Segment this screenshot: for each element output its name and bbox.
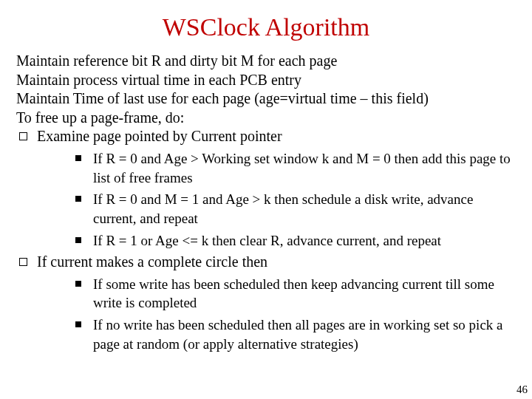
sub-list-2: If some write has been scheduled then ke… — [72, 275, 516, 354]
sub-item-1-1: If R = 0 and Age > Working set window k … — [72, 149, 516, 187]
page-number: 46 — [516, 383, 528, 396]
top-item-2: If current makes a complete circle then … — [16, 253, 516, 353]
intro-line-3: Maintain Time of last use for each page … — [16, 89, 516, 109]
top-item-1: Examine page pointed by Current pointer … — [16, 127, 516, 250]
sub-item-2-1: If some write has been scheduled then ke… — [72, 275, 516, 313]
top-item-1-text: Examine page pointed by Current pointer — [37, 128, 282, 144]
sub-list-1: If R = 0 and Age > Working set window k … — [72, 149, 516, 250]
sub-item-2-2: If no write has been scheduled then all … — [72, 316, 516, 353]
top-item-2-text: If current makes a complete circle then — [37, 253, 267, 270]
intro-line-1: Maintain reference bit R and dirty bit M… — [16, 52, 516, 71]
slide-title: WSClock Algorithm — [16, 13, 516, 41]
intro-line-2: Maintain process virtual time in each PC… — [16, 71, 516, 90]
sub-item-1-2: If R = 0 and M = 1 and Age > k then sche… — [72, 190, 516, 228]
slide: WSClock Algorithm Maintain reference bit… — [0, 0, 532, 399]
sub-item-1-3: If R = 1 or Age <= k then clear R, advan… — [72, 231, 516, 250]
intro-line-4: To free up a page-frame, do: — [16, 109, 516, 128]
top-list: Examine page pointed by Current pointer … — [16, 127, 516, 353]
